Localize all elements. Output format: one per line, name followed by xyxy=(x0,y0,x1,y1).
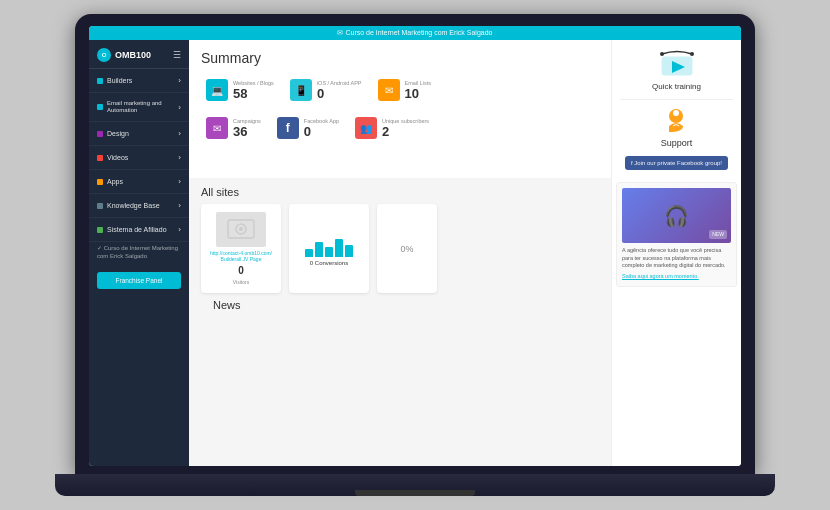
ios-info: iOS / Android APP 0 xyxy=(317,80,362,100)
sidebar-section-affiliate: Sistema de Afiliado › xyxy=(89,218,189,242)
ad-text: A agência oferece tudo que você precisa … xyxy=(622,247,731,270)
site-card[interactable]: http://contact-4.omb10.com/Builderall JV… xyxy=(201,204,281,293)
chevron-right-icon: › xyxy=(178,201,181,210)
percent-card: 0% xyxy=(377,204,437,293)
svg-point-3 xyxy=(690,52,694,56)
sidebar-item-email[interactable]: Email marketing and Automation › xyxy=(97,97,181,117)
site-thumbnail xyxy=(216,212,266,247)
right-ad-panel: 🎧 NEW A agência oferece tudo que você pr… xyxy=(611,178,741,466)
bar-1 xyxy=(305,249,313,257)
summary-card-facebook-app: f Facebook App 0 xyxy=(272,112,344,144)
chevron-right-icon: › xyxy=(178,225,181,234)
summary-section: Summary 💻 Websites / Blogs 58 xyxy=(189,40,611,178)
builders-icon xyxy=(97,78,103,84)
summary-card-email-lists: ✉ Email Lists 10 xyxy=(373,74,437,106)
ad-image: 🎧 NEW xyxy=(622,188,731,243)
sidebar-section-design: Design › xyxy=(89,122,189,146)
logo-text: OMB100 xyxy=(115,50,151,60)
chevron-right-icon: › xyxy=(178,153,181,162)
sidebar-section-builders: Builders › xyxy=(89,69,189,93)
sidebar-item-videos[interactable]: Videos › xyxy=(97,150,181,165)
summary-title: Summary xyxy=(201,50,599,66)
sidebar-section-email: Email marketing and Automation › xyxy=(89,93,189,122)
chevron-right-icon: › xyxy=(178,76,181,85)
sites-and-news: All sites xyxy=(189,178,611,466)
logo-area: O OMB100 ☰ xyxy=(89,40,189,69)
campaigns-info: Campaigns 36 xyxy=(233,118,261,138)
support-icon xyxy=(659,106,694,134)
facebook-icon: f xyxy=(277,117,299,139)
right-panel: Quick training xyxy=(611,40,741,178)
summary-cards-row2: ✉ Campaigns 36 f Facebook App xyxy=(201,112,599,144)
sites-grid: http://contact-4.omb10.com/Builderall JV… xyxy=(201,204,599,293)
hamburger-icon[interactable]: ☰ xyxy=(173,50,181,60)
email-lists-info: Email Lists 10 xyxy=(405,80,432,100)
chevron-right-icon: › xyxy=(178,129,181,138)
chevron-right-icon: › xyxy=(178,103,181,112)
affiliate-icon xyxy=(97,227,103,233)
main-content-area: Summary 💻 Websites / Blogs 58 xyxy=(189,40,741,466)
sidebar-item-kb[interactable]: Knowledge Base › xyxy=(97,198,181,213)
main-layout: O OMB100 ☰ Builders › xyxy=(89,40,741,466)
sidebar-section-kb: Knowledge Base › xyxy=(89,194,189,218)
franchise-panel-button[interactable]: Franchise Panel xyxy=(97,272,181,289)
summary-cards-row1: 💻 Websites / Blogs 58 📱 iOS xyxy=(201,74,599,106)
conversions-card: 0 Conversions xyxy=(289,204,369,293)
ios-icon: 📱 xyxy=(290,79,312,101)
support-section: Support f Join our private Facebook grou… xyxy=(620,99,733,170)
quick-training: Quick training xyxy=(620,48,733,91)
top-notification-bar: ✉ Curso de Internet Marketing com Erick … xyxy=(89,26,741,40)
sidebar-course-item[interactable]: ✓ Curso de Internet Marketing com Erick … xyxy=(89,242,189,264)
kb-icon xyxy=(97,203,103,209)
sidebar-section-videos: Videos › xyxy=(89,146,189,170)
facebook-group-button[interactable]: f Join our private Facebook group! xyxy=(625,156,728,170)
sidebar-item-builders[interactable]: Builders › xyxy=(97,73,181,88)
svg-point-8 xyxy=(239,227,243,231)
laptop-base xyxy=(55,474,775,496)
websites-info: Websites / Blogs 58 xyxy=(233,80,274,100)
chevron-right-icon: › xyxy=(178,177,181,186)
summary-card-campaigns: ✉ Campaigns 36 xyxy=(201,112,266,144)
sidebar-item-apps[interactable]: Apps › xyxy=(97,174,181,189)
facebook-info: Facebook App 0 xyxy=(304,118,339,138)
design-icon xyxy=(97,131,103,137)
all-sites-title: All sites xyxy=(201,186,599,198)
all-sites-section: All sites xyxy=(201,186,599,293)
sidebar-section-apps: Apps › xyxy=(89,170,189,194)
ad-badge: NEW xyxy=(709,230,727,239)
summary-card-subscribers: 👥 Unique subscribers 2 xyxy=(350,112,434,144)
websites-icon: 💻 xyxy=(206,79,228,101)
laptop-screen: ✉ Curso de Internet Marketing com Erick … xyxy=(75,14,755,474)
bar-2 xyxy=(315,242,323,257)
bar-4 xyxy=(335,239,343,257)
sidebar: O OMB100 ☰ Builders › xyxy=(89,40,189,466)
email-icon xyxy=(97,104,103,110)
apps-icon xyxy=(97,179,103,185)
subscribers-info: Unique subscribers 2 xyxy=(382,118,429,138)
logo-icon: O xyxy=(97,48,111,62)
ad-card: 🎧 NEW A agência oferece tudo que você pr… xyxy=(616,182,737,287)
news-title: News xyxy=(213,299,587,311)
videos-icon xyxy=(97,155,103,161)
screen-content: ✉ Curso de Internet Marketing com Erick … xyxy=(89,26,741,466)
bar-3 xyxy=(325,247,333,257)
campaigns-icon: ✉ xyxy=(206,117,228,139)
headphone-icon: 🎧 xyxy=(664,202,689,230)
training-icon xyxy=(657,48,697,78)
bar-5 xyxy=(345,245,353,257)
ad-link[interactable]: Saiba aqui agora um momento. xyxy=(622,273,699,279)
summary-card-websites: 💻 Websites / Blogs 58 xyxy=(201,74,279,106)
bar-chart xyxy=(305,232,353,257)
sidebar-item-design[interactable]: Design › xyxy=(97,126,181,141)
top-content-row: Summary 💻 Websites / Blogs 58 xyxy=(189,40,741,178)
summary-card-apps: 📱 iOS / Android APP 0 xyxy=(285,74,367,106)
svg-point-5 xyxy=(673,110,679,116)
email-lists-icon: ✉ xyxy=(378,79,400,101)
news-section: News xyxy=(201,293,599,317)
subscribers-icon: 👥 xyxy=(355,117,377,139)
middle-content-row: All sites xyxy=(189,178,741,466)
sidebar-item-affiliate[interactable]: Sistema de Afiliado › xyxy=(97,222,181,237)
svg-point-2 xyxy=(660,52,664,56)
